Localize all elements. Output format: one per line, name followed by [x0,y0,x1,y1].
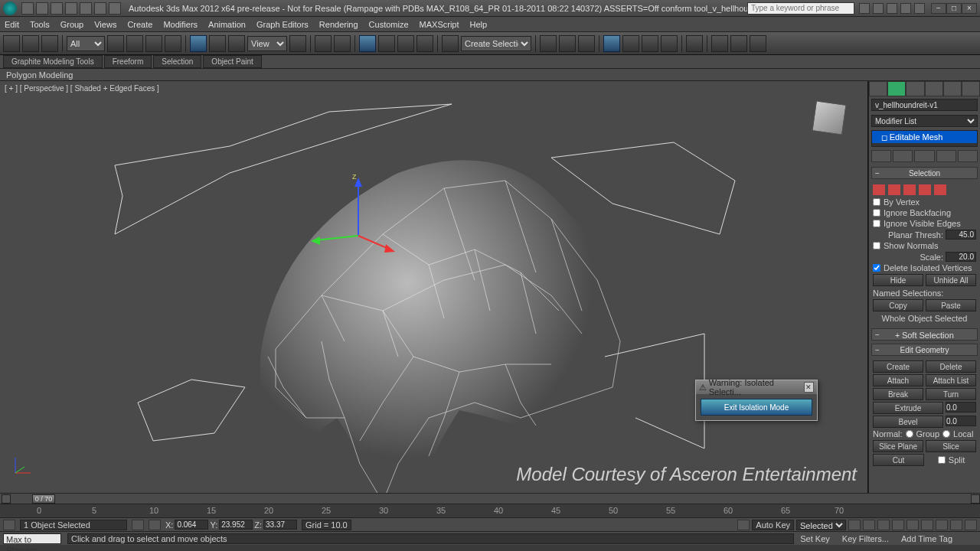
show-normals-checkbox[interactable] [873,242,880,249]
selection-filter-dropdown[interactable]: All [67,36,105,51]
menu-grapheditors[interactable]: Graph Editors [256,20,309,29]
search-icon[interactable] [859,3,870,14]
ref-coord-dropdown[interactable]: View [247,36,287,51]
undo-icon[interactable] [65,2,77,15]
remove-modifier-icon[interactable] [936,150,956,162]
show-end-result-icon[interactable] [893,150,913,162]
setkey-button[interactable]: Set Key [800,534,830,543]
menu-animation[interactable]: Animation [208,20,246,29]
nav-orbit-icon[interactable] [950,520,962,530]
delete-button[interactable]: Delete [926,360,976,373]
time-slider[interactable]: 0 / 70 [0,493,980,504]
add-time-tag-button[interactable]: Add Time Tag [901,534,952,543]
turn-button[interactable]: Turn [926,388,976,400]
planar-thresh-spinner[interactable] [946,230,976,240]
normal-group-radio[interactable] [906,430,913,438]
tab-display-icon[interactable] [943,81,962,96]
render-frame-button[interactable] [730,35,747,52]
unhide-button[interactable]: Unhide All [926,274,976,286]
slice-plane-button[interactable]: Slice Plane [873,440,923,452]
time-slider-thumb[interactable]: 0 / 70 [32,494,55,504]
nav-zoom-icon[interactable] [936,520,948,530]
maxscript-listener[interactable]: Max to Physac: [3,533,61,544]
help-icon[interactable] [914,3,925,14]
z-coord-input[interactable] [263,520,297,530]
select-rotate-button[interactable] [209,35,226,52]
y-coord-input[interactable] [219,520,253,530]
tab-modify-icon[interactable] [887,81,906,96]
prev-frame-icon[interactable] [863,520,875,530]
by-vertex-checkbox[interactable] [873,198,880,206]
isolation-dialog-title[interactable]: ⚠ Warning: Isolated Selecti... ✕ [696,380,817,394]
material-editor-button[interactable] [686,35,703,52]
tab-hierarchy-icon[interactable] [906,81,924,96]
modifier-stack[interactable]: ◻ Editable Mesh [871,130,978,147]
pin-stack-icon[interactable] [871,150,891,162]
open-icon[interactable] [36,2,48,15]
select-by-name-button[interactable] [126,35,143,52]
rollout-edit-geometry[interactable]: Edit Geometry [871,344,978,356]
viewport[interactable]: [ + ] [ Perspective ] [ Shaded + Edged F… [0,81,868,493]
adaptive-degrad-icon[interactable] [737,520,750,530]
attach-list-button[interactable]: Attach List [926,374,976,386]
rollout-selection[interactable]: Selection [871,167,978,179]
hide-button[interactable]: Hide [873,274,923,286]
extrude-spinner[interactable] [946,402,976,412]
next-frame-icon[interactable] [892,520,904,530]
play-icon[interactable] [877,520,890,530]
menu-help[interactable]: Help [470,20,488,29]
bevel-button[interactable]: Bevel [873,416,943,428]
viewcube-icon[interactable] [812,100,846,135]
viewcube[interactable] [806,96,852,142]
new-icon[interactable] [21,2,34,15]
render-button[interactable] [750,35,766,52]
break-button[interactable]: Break [873,388,923,400]
split-checkbox[interactable] [938,456,946,464]
ribbon-expand-icon[interactable] [266,57,279,67]
menu-create[interactable]: Create [127,20,152,29]
curve-editor-button[interactable] [622,35,639,52]
dope-sheet-button[interactable] [642,35,658,52]
key-filters-button[interactable]: Key Filters... [842,534,889,543]
tab-motion-icon[interactable] [925,81,943,96]
configure-sets-icon[interactable] [958,150,978,162]
edit-named-sel-button[interactable] [442,35,459,52]
pivot-center-button[interactable] [289,35,306,52]
tab-create-icon[interactable] [869,81,887,96]
bevel-spinner[interactable] [946,416,976,426]
time-slider-left-icon[interactable] [2,494,11,504]
snap-toggle-button[interactable] [359,35,376,52]
autokey-button[interactable]: Auto Key [752,520,794,530]
minimize-button[interactable]: − [931,3,946,14]
paste-button[interactable]: Paste [926,299,976,311]
goto-end-icon[interactable] [906,520,919,530]
bind-spacewarp-button[interactable] [41,35,58,52]
schematic-view-button[interactable] [661,35,678,52]
ignore-backfacing-checkbox[interactable] [873,209,880,217]
ribbon-tab-objectpaint[interactable]: Object Paint [203,55,261,68]
slice-button[interactable]: Slice [926,440,976,452]
isolation-close-button[interactable]: ✕ [804,382,814,393]
stack-item-editable-mesh[interactable]: ◻ Editable Mesh [872,131,977,143]
window-crossing-button[interactable] [165,35,181,52]
face-subobj-icon[interactable] [903,184,916,195]
select-object-button[interactable] [107,35,124,52]
goto-start-icon[interactable] [848,520,861,530]
nav-pan-icon[interactable] [921,520,933,530]
app-logo-icon[interactable] [3,2,17,15]
menu-modifiers[interactable]: Modifiers [163,20,198,29]
exit-isolation-button[interactable]: Exit Isolation Mode [701,399,812,416]
object-name-field[interactable]: v_hellhoundreit-v1 [871,99,978,111]
element-subobj-icon[interactable] [934,184,946,195]
ribbon-tab-graphite[interactable]: Graphite Modeling Tools [3,55,103,68]
vertex-subobj-icon[interactable] [873,184,885,195]
select-move-button[interactable] [190,35,207,52]
ribbon-tab-freeform[interactable]: Freeform [104,55,152,68]
absolute-mode-icon[interactable] [149,520,161,530]
key-target-dropdown[interactable]: Selected [796,520,846,530]
select-region-button[interactable] [145,35,162,52]
menu-edit[interactable]: Edit [5,20,19,29]
render-setup-button[interactable] [711,35,728,52]
time-slider-right-icon[interactable] [971,494,980,504]
align-button[interactable] [559,35,576,52]
